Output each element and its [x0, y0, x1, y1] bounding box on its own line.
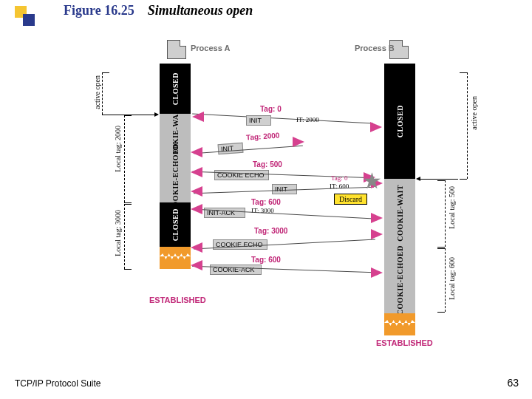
msg6-arrow	[191, 242, 202, 253]
msg3-chunk: COOKIE ECHO	[214, 170, 269, 180]
discard-star-icon: ★	[362, 170, 382, 192]
state-b-tail	[384, 313, 415, 335]
active-open-a: active open	[93, 75, 101, 109]
state-b-cookie-wait: COOKIE-WAIT	[384, 179, 415, 247]
msg3-arrow-src	[191, 167, 202, 177]
msg7-arrow-src	[191, 260, 202, 270]
local-tag-b2: Local tag: 600	[448, 257, 456, 300]
msg2-tag: Tag: 2000	[246, 131, 280, 141]
msg7-arrow	[371, 267, 383, 278]
local-tag-a2: Local tag: 3000	[114, 210, 122, 256]
msg7-tag: Tag: 600	[251, 256, 281, 264]
state-a-tail	[160, 247, 191, 269]
state-column-a: CLOSED COOKIE-WAIT COOKIE-ECHOED CLOSED	[160, 64, 191, 269]
msg2-chunk: INIT	[218, 143, 244, 154]
local-tag-a1: Local tag: 2000	[114, 126, 122, 172]
process-a-label: Process A	[191, 44, 230, 52]
state-column-b: CLOSED COOKIE-WAIT COOKIE-ECHOED	[384, 64, 415, 335]
ruler-right-1	[467, 72, 468, 179]
ruler-left-3	[124, 204, 125, 269]
active-open-arrow-a	[109, 115, 158, 115]
diagram: Process A Process B CLOSED COOKIE-WAIT C…	[66, 38, 480, 364]
msg3-tag: Tag: 500	[253, 160, 282, 168]
state-b-cookie-echoed: COOKIE-ECHOED	[384, 247, 415, 313]
figure-title: Figure 16.25 Simultaneous open	[64, 3, 253, 18]
msg2	[194, 146, 303, 154]
process-b-label: Process B	[355, 44, 395, 52]
msg1-arrow	[370, 122, 382, 132]
ruler-right-2	[445, 180, 446, 247]
local-tag-b1: Local tag: 500	[448, 186, 456, 229]
msg4-tag: Tag: 0	[331, 174, 348, 182]
msg2-arrow	[191, 147, 202, 157]
established-a: ESTABLISHED	[149, 296, 206, 304]
bullet-icon	[15, 6, 37, 28]
msg1-tag: Tag: 0	[260, 105, 282, 113]
state-b-closed: CLOSED	[384, 64, 415, 179]
established-b: ESTABLISHED	[376, 338, 433, 347]
figure-number: Figure 16.25	[64, 3, 134, 18]
slide: Figure 16.25 Simultaneous open Process A…	[0, 0, 532, 399]
page-number: 63	[507, 377, 519, 389]
msg1-arrow-src	[192, 112, 204, 122]
msg6-tag: Tag: 3000	[254, 227, 287, 235]
msg5-arrow-src	[191, 204, 202, 214]
state-a-closed2: CLOSED	[160, 202, 191, 247]
msg6-arrow-src	[371, 229, 383, 239]
active-open-b: active open	[470, 96, 478, 130]
msg1	[192, 114, 373, 124]
msg1-it: IT: 2000	[296, 116, 319, 123]
msg2-arrow-src	[293, 137, 304, 147]
ruler-left-1	[102, 72, 103, 115]
state-a-cookie-echoed: COOKIE-ECHOED	[160, 154, 191, 202]
msg5-arrow	[371, 213, 383, 223]
footer-text: TCP/IP Protocol Suite	[15, 378, 101, 389]
ruler-right-3	[445, 248, 446, 312]
process-a-icon	[167, 40, 186, 59]
active-open-arrow-b	[417, 179, 458, 180]
ruler-left-2	[124, 115, 125, 202]
discard-label: Discard	[334, 194, 367, 205]
msg1-chunk: INIT	[246, 115, 271, 126]
msg5-tag: Tag: 600	[251, 198, 281, 206]
figure-subtitle: Simultaneous open	[148, 3, 253, 18]
msg4-arrow	[191, 186, 202, 197]
